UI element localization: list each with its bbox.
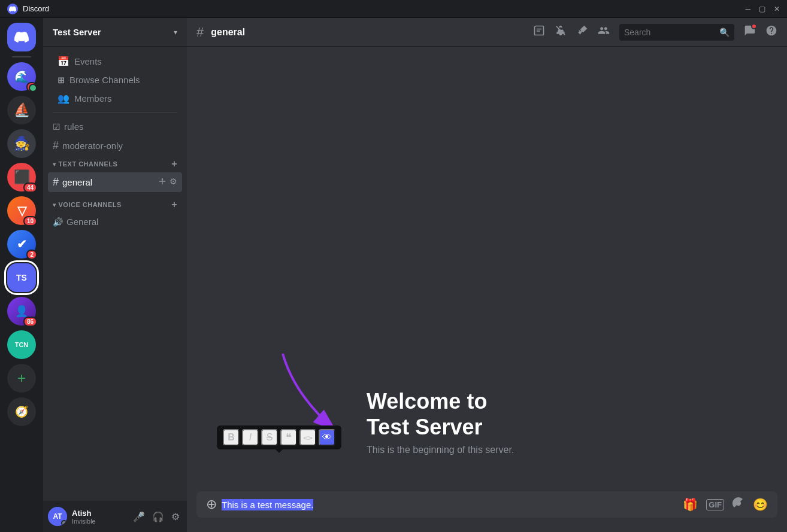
message-input-icons: 🎁 GIF 😊 — [683, 497, 768, 512]
user-panel: AT Atish Invisible 🎤 🎧 ⚙ — [43, 501, 187, 532]
inbox-icon-wrap — [744, 25, 756, 39]
main-content: # general — [187, 18, 787, 532]
sticker-icon[interactable] — [732, 497, 744, 512]
server-icon-v[interactable]: ▽ 10 — [7, 196, 36, 225]
add-voice-channel-button[interactable]: + — [171, 199, 177, 210]
members-icon: 👥 — [57, 93, 69, 104]
title-bar: Discord ─ ▢ ✕ — [0, 0, 787, 18]
minimize-button[interactable]: ─ — [745, 5, 750, 13]
sidebar-item-members[interactable]: 👥 Members — [48, 89, 182, 108]
add-text-channel-button[interactable]: + — [171, 159, 177, 169]
voice-general-label: General — [66, 217, 98, 227]
search-input[interactable] — [624, 28, 716, 37]
server-icon-atish[interactable]: 👤 86 — [7, 297, 36, 326]
text-channels-category[interactable]: ▾ TEXT CHANNELS + — [48, 156, 182, 172]
search-icon: 🔍 — [719, 28, 730, 37]
search-bar[interactable]: 🔍 — [619, 24, 734, 41]
app-title: Discord — [23, 4, 49, 13]
message-input-area: ⊕ This is a test message. 🎁 GIF 😊 — [187, 491, 787, 532]
server-header[interactable]: Test Server ▾ — [43, 18, 187, 47]
format-toolbar: B I S ❝ <> 👁 — [217, 425, 341, 449]
discord-logo — [7, 4, 18, 14]
gif-button[interactable]: GIF — [706, 499, 724, 510]
badge-check: 2 — [26, 250, 37, 260]
channel-header: # general — [187, 18, 787, 47]
events-label: Events — [74, 56, 102, 66]
voice-channel-general[interactable]: 🔊 General — [48, 213, 182, 230]
browse-channels-icon: ⊞ — [57, 75, 65, 85]
server-icon-beard[interactable]: 🧙 — [7, 129, 36, 158]
italic-button[interactable]: I — [242, 429, 259, 446]
selected-message-text: This is a test message. — [222, 499, 313, 510]
user-settings-button[interactable]: ⚙ — [169, 509, 182, 525]
member-list-icon[interactable] — [598, 25, 610, 39]
badge-v: 10 — [23, 216, 37, 226]
user-online-status — [61, 520, 67, 526]
moderator-channel-label: moderator-only — [62, 141, 123, 151]
inbox-notification-dot — [751, 23, 757, 29]
server-name: Test Server — [53, 27, 101, 37]
window-controls[interactable]: ─ ▢ ✕ — [745, 5, 780, 13]
gift-icon[interactable]: 🎁 — [683, 497, 698, 512]
events-icon: 📅 — [57, 56, 69, 67]
channel-list: 📅 Events ⊞ Browse Channels 👥 Members ☑ r… — [43, 47, 187, 501]
notification-settings-icon[interactable] — [555, 25, 567, 39]
server-list: 🌊 3 ⛵ 🧙 ⬛ 44 ▽ 10 ✔ 2 TS — [0, 18, 43, 532]
pinned-messages-icon[interactable] — [576, 25, 588, 39]
maximize-button[interactable]: ▢ — [759, 5, 765, 13]
hash-icon-general: # — [53, 176, 59, 189]
channel-hash-icon: # — [196, 25, 204, 40]
channel-divider — [53, 113, 177, 113]
welcome-title: Welcome to Test Server — [367, 388, 487, 440]
strikethrough-button[interactable]: S — [261, 429, 278, 446]
invite-user-icon[interactable] — [158, 177, 167, 188]
user-info: Atish Invisible — [72, 509, 126, 525]
close-button[interactable]: ✕ — [774, 5, 780, 13]
server-icon-sail[interactable]: ⛵ — [7, 96, 36, 124]
add-attachment-button[interactable]: ⊕ — [206, 497, 217, 512]
server-icon-check[interactable]: ✔ 2 — [7, 230, 36, 259]
headset-button[interactable]: 🎧 — [150, 509, 167, 525]
help-icon[interactable] — [765, 25, 777, 39]
channel-sidebar: Test Server ▾ 📅 Events ⊞ Browse Channels… — [43, 18, 187, 532]
channel-item-rules[interactable]: ☑ rules — [48, 118, 182, 135]
server-icon-tcn[interactable]: TCN — [7, 330, 36, 359]
voice-channels-category[interactable]: ▾ VOICE CHANNELS + — [48, 197, 182, 212]
welcome-subtitle: This is the beginning of this server. — [367, 445, 514, 455]
code-button[interactable]: <> — [299, 429, 316, 446]
add-server-button[interactable]: + — [7, 364, 36, 393]
spoiler-button[interactable]: 👁 — [319, 429, 335, 446]
hash-icon-moderator: # — [53, 139, 59, 152]
server-icon-wave[interactable]: 🌊 3 — [7, 62, 36, 91]
text-channels-label: TEXT CHANNELS — [59, 160, 118, 168]
threads-icon[interactable] — [533, 25, 545, 39]
badge-p: 44 — [23, 183, 37, 193]
sidebar-item-events[interactable]: 📅 Events — [48, 52, 182, 71]
edit-channel-icon[interactable]: ⚙ — [169, 177, 177, 188]
text-channels-arrow-icon: ▾ — [53, 161, 56, 168]
quote-button[interactable]: ❝ — [280, 429, 297, 446]
rules-channel-label: rules — [64, 121, 84, 132]
user-avatar: AT — [48, 507, 67, 526]
channel-item-general[interactable]: # general ⚙ — [48, 172, 182, 192]
badge-atish: 86 — [23, 317, 37, 327]
voice-channels-label: VOICE CHANNELS — [59, 201, 122, 208]
explore-button[interactable]: 🧭 — [7, 397, 36, 426]
server-icon-p[interactable]: ⬛ 44 — [7, 163, 36, 191]
voice-channels-arrow-icon: ▾ — [53, 202, 56, 208]
server-chevron-icon: ▾ — [174, 28, 177, 37]
emoji-picker-button[interactable]: 😊 — [753, 497, 768, 512]
bold-button[interactable]: B — [223, 429, 240, 446]
message-input[interactable]: This is a test message. — [222, 494, 678, 515]
message-area: Welcome to Test Server This is the begin… — [187, 47, 787, 491]
server-icon-ts[interactable]: TS — [7, 263, 36, 292]
user-status: Invisible — [72, 518, 126, 525]
message-input-bar: ⊕ This is a test message. 🎁 GIF 😊 — [196, 491, 777, 518]
mic-button[interactable]: 🎤 — [131, 509, 147, 525]
sidebar-item-browse-channels[interactable]: ⊞ Browse Channels — [48, 71, 182, 89]
members-label: Members — [74, 93, 112, 104]
general-channel-label: general — [62, 177, 92, 187]
server-icon-discord-home[interactable] — [7, 23, 36, 51]
channel-item-moderator-only[interactable]: # moderator-only — [48, 136, 182, 156]
server-divider — [12, 56, 31, 57]
